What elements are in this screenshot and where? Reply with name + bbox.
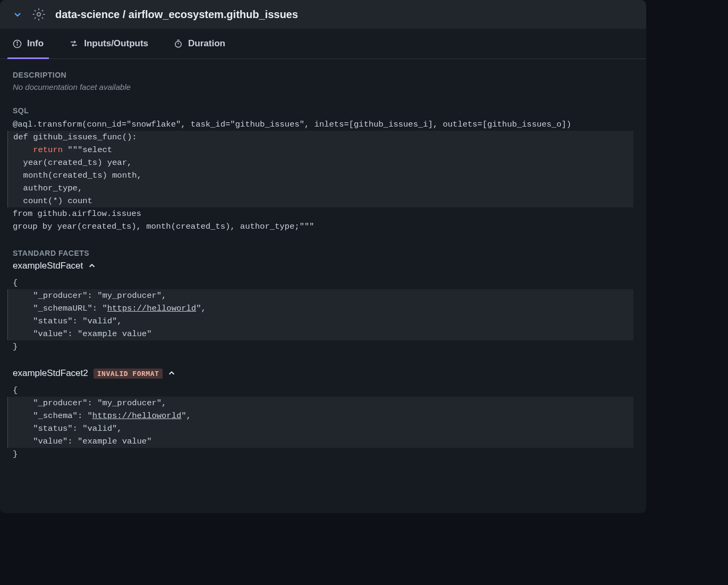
json-line: "_producer": "my_producer", — [13, 398, 166, 408]
sql-block: @aql.transform(conn_id="snowflake", task… — [13, 118, 633, 233]
json-line: "_producer": "my_producer", — [13, 291, 166, 300]
sql-line: author_type, — [13, 183, 82, 193]
json-line: { — [13, 386, 18, 395]
tab-label: Info — [27, 38, 44, 49]
facet-json-2: { "_producer": "my_producer", "_schema":… — [13, 384, 633, 461]
json-line: "value": "example value" — [13, 437, 151, 446]
tab-label: Inputs/Outputs — [84, 38, 148, 49]
tab-info[interactable]: Info — [7, 29, 49, 59]
json-line: ", — [181, 411, 191, 421]
gear-icon — [32, 7, 46, 21]
info-icon — [13, 39, 22, 48]
chevron-down-icon[interactable] — [13, 10, 22, 19]
json-line: ", — [196, 304, 206, 313]
svg-point-3 — [17, 41, 18, 42]
chevron-up-icon — [88, 262, 96, 270]
invalid-format-badge: INVALID FORMAT — [94, 369, 163, 379]
json-line: "status": "valid", — [13, 424, 122, 433]
io-icon — [69, 39, 79, 48]
sql-line: month(created_ts) month, — [13, 171, 142, 180]
facet-json-1: { "_producer": "my_producer", "_schemaUR… — [13, 277, 633, 353]
tabs: Info Inputs/Outputs Duration — [0, 29, 646, 59]
facet-name: exampleStdFacet2 — [13, 368, 88, 379]
facet-name: exampleStdFacet — [13, 261, 83, 271]
content: DESCRIPTION No documentation facet avail… — [0, 59, 646, 487]
sql-label: SQL — [13, 106, 633, 115]
sql-line: """select — [63, 145, 112, 155]
sql-line: count(*) count — [13, 196, 92, 206]
sql-return-keyword: return — [33, 145, 63, 155]
sql-line: def github_issues_func(): — [13, 132, 137, 142]
sql-line: group by year(created_ts), month(created… — [13, 222, 314, 231]
standard-facets-label: STANDARD FACETS — [13, 249, 633, 257]
json-url: https://helloworld — [92, 411, 181, 421]
tab-label: Duration — [188, 38, 225, 49]
json-line: { — [13, 278, 18, 288]
svg-point-0 — [37, 13, 41, 16]
json-line: "value": "example value" — [13, 329, 151, 339]
header: data-science / airflow_ecosystem.github_… — [0, 0, 646, 29]
sql-line: from github.airflow.issues — [13, 209, 141, 219]
facet-header-2[interactable]: exampleStdFacet2 INVALID FORMAT — [13, 368, 633, 379]
sql-line: year(created_ts) year, — [13, 158, 132, 168]
tab-duration[interactable]: Duration — [168, 29, 231, 59]
tab-inputs-outputs[interactable]: Inputs/Outputs — [64, 29, 154, 59]
sql-line: @aql.transform(conn_id="snowflake", task… — [13, 120, 571, 129]
sql-indent — [13, 145, 33, 155]
stopwatch-icon — [174, 39, 183, 48]
json-line: } — [13, 449, 18, 459]
json-line: "_schema": " — [13, 411, 92, 421]
json-line: } — [13, 342, 18, 352]
json-line: "status": "valid", — [13, 316, 122, 326]
json-url: https://helloworld — [107, 304, 196, 313]
facet-header-1[interactable]: exampleStdFacet — [13, 261, 633, 271]
description-label: DESCRIPTION — [13, 71, 633, 79]
chevron-up-icon — [168, 370, 175, 377]
breadcrumb: data-science / airflow_ecosystem.github_… — [55, 9, 298, 21]
description-value: No documentation facet available — [13, 82, 633, 91]
json-line: "_schemaURL": " — [13, 304, 107, 313]
